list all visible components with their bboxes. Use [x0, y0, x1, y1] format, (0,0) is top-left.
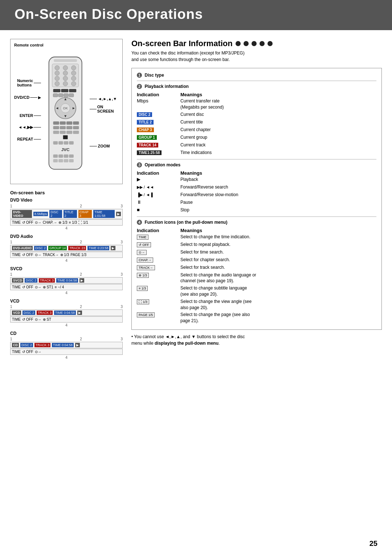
title2-badge: TITLE 2 [64, 210, 77, 218]
svg-rect-32 [73, 121, 79, 125]
row-repeat-func: ↺ OFF Select to repeat playback. [137, 242, 376, 248]
row-time-search-func: ⊙→ Select for time search. [137, 249, 376, 256]
svg-rect-21 [69, 94, 74, 97]
dvd-video-section: DVD Video 1 2 3 DVD-VIDEO 8.5Mbps DISC 2… [10, 198, 123, 230]
svg-rect-50 [69, 154, 74, 158]
onscreen-line [90, 109, 96, 109]
svg-point-9 [55, 76, 60, 81]
track3-svcd: TRACK 3 [39, 278, 55, 283]
section-heading: On-screen Bar Information [131, 39, 382, 48]
svg-point-10 [63, 76, 68, 81]
vcd-bar2: TIME ↺ OFF ⊙→ ⊕ ST [10, 316, 123, 323]
table-header-4: Indication Meanings [137, 228, 376, 233]
cd-bar: CD DISC 2 TRACK 3 TIME 0:04:58 ▶ [10, 342, 123, 348]
dvd-audio-badge: DVD-AUDIO [12, 246, 33, 250]
stop-meaning: Stop [180, 207, 376, 213]
disc2-cd: DISC 2 [20, 343, 33, 347]
svg-point-7 [63, 71, 68, 76]
svcd-bar: SVCD DISC 2 TRACK 3 TIME 0:04:58 ▶ [10, 277, 123, 284]
dvd-audio-bar2: TIME ↺ OFF ⊙→ TRACK→ ⊕ 1/3 PAGE 1/3 [10, 252, 123, 258]
title2-meaning: Current title [180, 119, 376, 125]
svg-rect-47 [53, 154, 58, 158]
meanings-header: Meanings [180, 92, 202, 97]
table-header-3: Indication Meanings [137, 170, 376, 176]
svg-rect-33 [53, 126, 59, 129]
section-title: On-screen Bar Information [131, 39, 233, 48]
disc2-svcd: DISC 2 [25, 278, 37, 283]
svg-rect-54 [69, 159, 74, 162]
svg-point-8 [72, 71, 76, 76]
subtitle-func-icon: ≡ 1/3 [137, 286, 148, 291]
track3-vcd: TRACK 3 [37, 311, 53, 315]
nav-label: ◄,►,▲,▼ [90, 97, 117, 101]
cd-bar2: TIME ↺ OFF ⊙→ [10, 349, 123, 355]
svg-rect-38 [60, 131, 66, 134]
remote-svg-area: Numericbuttons DVD/CD ▶ ENTER ◄◄,▶▶ [14, 49, 119, 180]
svg-rect-52 [58, 159, 63, 162]
track-search-func-meaning: Select for track search. [180, 264, 376, 271]
meanings-header-3: Meanings [180, 170, 202, 176]
onscreen-bars-title: On-screen bars [10, 190, 123, 195]
vcd-badge: VCD [12, 311, 21, 315]
svg-rect-49 [64, 154, 69, 158]
chap3-indicator: CHAP 3 [137, 127, 154, 132]
dvd-video-label: DVD Video [10, 198, 123, 203]
left-column: Remote control Numericbuttons DVD/CD ▶ E… [10, 39, 123, 363]
svg-point-6 [55, 71, 60, 76]
page-func-meaning: Select to change the page (see alsopage … [180, 312, 376, 324]
audio-func-meaning: Select to change the audio language orch… [180, 272, 376, 284]
track3-cd: TRACK 3 [34, 343, 50, 347]
svg-point-14 [72, 81, 76, 86]
time-func-meaning: Select to change the time indication. [180, 234, 376, 240]
playback-meaning: Playback [180, 177, 376, 183]
disc2-vcd: DISC 2 [23, 311, 35, 315]
audio-func-icon: ⊕ 1/3 [137, 273, 149, 278]
row-track-search-func: TRACK→ Select for track search. [137, 264, 376, 271]
numeric-line [34, 83, 41, 83]
repeat-line [34, 139, 41, 139]
fwd-rev-search-meaning: Forward/Reverse search [180, 184, 376, 190]
dot2 [244, 41, 249, 46]
play-arrow-vcd: ▶ [77, 311, 82, 315]
chap-search-func-meaning: Select for chapter search. [180, 257, 376, 263]
repeat-func-meaning: Select to repeat playback. [180, 242, 376, 248]
row-pause: ⏸ Pause [137, 199, 376, 206]
disc2-badge: DISC 2 [49, 210, 62, 218]
fwd-rev-slow-icon: ▐▶ / ◄▐ [137, 193, 153, 197]
num1: 1 [137, 73, 142, 78]
fwd-rev-slow-meaning: Forward/Reverse slow-motion [180, 192, 376, 198]
svg-rect-30 [60, 121, 66, 125]
track14-meaning: Current track [180, 142, 376, 148]
remote-labels-left: Numericbuttons DVD/CD ▶ ENTER ◄◄,▶▶ [14, 49, 41, 145]
bar-numbers-row: 1 2 3 [10, 204, 123, 208]
svg-text:JVC: JVC [61, 147, 70, 152]
disc2-indicator: DISC 2 [137, 112, 152, 117]
time-meaning: Time indications [180, 150, 376, 156]
cd-badge: CD [12, 343, 19, 347]
svg-rect-42 [53, 141, 58, 145]
page-title: On-Screen Disc Operations [15, 7, 377, 22]
row-group1: GROUP 1 Current group [137, 134, 376, 141]
group1-meaning: Current group [180, 134, 376, 141]
svg-rect-44 [64, 141, 69, 145]
svg-rect-16 [61, 89, 68, 92]
row-title2: TITLE 2 Current title [137, 119, 376, 126]
disc2-audio: DISC 2 [34, 246, 47, 250]
dvd-audio-bar-numbers: 1 2 3 [10, 240, 123, 244]
divider1 [137, 81, 376, 81]
repeat-label: REPEAT [17, 137, 41, 141]
group14: GROUP 14 [48, 246, 67, 250]
time-func-icon: TIME [137, 235, 148, 240]
play-arrow-cd: ▶ [75, 343, 80, 347]
enter-label: ENTER [20, 113, 41, 118]
note-text: • You cannot use ◄,►,▲, and ▼ buttons to… [131, 333, 382, 347]
row-audio-func: ⊕ 1/3 Select to change the audio languag… [137, 272, 376, 284]
bar-num4-cd: 4 [10, 356, 123, 360]
disc2-meaning: Current disc [180, 112, 376, 118]
svg-rect-39 [66, 131, 72, 134]
dvd-video-bar: DVD-VIDEO 8.5Mbps DISC 2 TITLE 2 CHAP 3 … [10, 209, 123, 219]
svcd-bar-numbers: 1 2 3 [10, 272, 123, 276]
mbps-badge: 8.5Mbps [33, 212, 48, 216]
time-search-func-meaning: Select for time search. [180, 249, 376, 255]
svg-rect-29 [53, 121, 59, 125]
